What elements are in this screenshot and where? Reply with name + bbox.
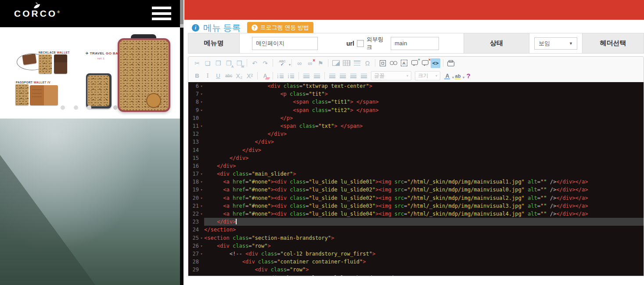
bold-icon[interactable]: B (192, 71, 202, 81)
strikethrough-icon[interactable]: abc (224, 71, 234, 81)
scrollbar-thumb[interactable] (180, 0, 183, 24)
code-line[interactable]: 7▾ <p class="tit"> (188, 90, 644, 98)
font-size-select[interactable]: 크기▾ (415, 71, 440, 80)
italic-icon[interactable]: I (203, 71, 212, 81)
link-icon[interactable]: ∞ (295, 58, 304, 68)
superscript-icon[interactable]: X² (245, 71, 255, 81)
code-line[interactable]: 10 </p> (188, 114, 644, 122)
text-cursor (236, 219, 237, 224)
fold-arrow-icon[interactable]: ▾ (199, 202, 204, 210)
align-center-icon[interactable] (338, 71, 348, 81)
code-line[interactable]: 6▾ <div class="txtwrap text-center"> (188, 82, 644, 90)
anchor-flag-icon[interactable]: ⚑ (316, 58, 325, 68)
menu-name-input[interactable] (252, 37, 318, 50)
align-justify-icon[interactable] (359, 71, 369, 81)
copy-icon[interactable]: ❏ (203, 58, 212, 68)
undo-icon[interactable]: ↶ (250, 58, 259, 68)
add-comment-icon[interactable]: + (410, 58, 419, 68)
slider-dot[interactable] (74, 105, 78, 110)
remove-comment-icon[interactable]: × (420, 58, 430, 68)
status-select[interactable]: 보임 ▼ (534, 37, 577, 50)
indent-icon[interactable] (312, 71, 322, 81)
fold-arrow-icon[interactable]: ▾ (199, 106, 204, 114)
source-icon[interactable]: <> (431, 58, 440, 68)
slider-dot[interactable] (113, 105, 118, 110)
line-number: 16 (188, 162, 199, 170)
code-line[interactable]: 19▾ <a href="#none"><div class="lu_slide… (188, 186, 644, 194)
fold-arrow-icon[interactable]: ▾ (199, 122, 204, 130)
about-icon[interactable]: ? (464, 71, 473, 81)
code-line[interactable]: 21▾ <a href="#none"><div class="lu_slide… (188, 202, 644, 210)
paste-from-word-icon[interactable]: ❒W (234, 58, 244, 68)
fold-arrow-icon[interactable]: ▾ (199, 210, 204, 218)
fold-arrow-icon[interactable]: ▾ (199, 234, 204, 242)
fold-arrow-icon[interactable]: ▾ (199, 90, 204, 98)
code-line[interactable]: 25▾<section class="section-main-brandsto… (188, 234, 644, 242)
code-line[interactable]: 11▾ <span class="txt"> </span> (188, 122, 644, 130)
unlink-icon[interactable]: ∞× (305, 58, 315, 68)
fold-arrow-icon[interactable]: ▾ (199, 242, 204, 250)
fold-arrow-icon[interactable]: ▾ (199, 178, 204, 186)
paste-as-text-icon[interactable]: ❒A (224, 58, 234, 68)
paste-icon[interactable]: ❒ (213, 58, 223, 68)
code-line[interactable]: 27▾ <!-- <div class="col-12 brandstory_r… (188, 250, 644, 258)
print-icon[interactable] (446, 58, 456, 68)
subscript-icon[interactable]: X₂ (234, 71, 244, 81)
slider-dot[interactable] (61, 105, 65, 110)
code-line[interactable]: 24</section> (188, 226, 644, 234)
line-number: 10 (188, 114, 199, 122)
underline-icon[interactable]: U (213, 71, 223, 81)
align-left-icon[interactable] (327, 71, 337, 81)
code-line[interactable]: 8▾ <span class="tit1"> </span> (188, 98, 644, 106)
slider-dot[interactable] (87, 105, 91, 110)
preview-scrollbar[interactable] (180, 0, 183, 285)
code-line[interactable]: 17▾ <div class="main_slider"> (188, 170, 644, 178)
image-icon[interactable] (331, 58, 341, 68)
code-line[interactable]: 20▾ <a href="#none"><div class="lu_slide… (188, 194, 644, 202)
code-line[interactable]: 28 <div class="container container-fluid… (188, 258, 644, 266)
maximize-icon[interactable] (378, 58, 388, 68)
code-line[interactable]: 12 </div> (188, 130, 644, 138)
code-line[interactable]: 13 </div> (188, 138, 644, 146)
fold-arrow-icon[interactable]: ▾ (199, 186, 204, 194)
find-icon[interactable] (389, 58, 398, 68)
code-line[interactable]: 14 </div> (188, 146, 644, 154)
special-char-icon[interactable]: Ω (363, 58, 372, 68)
hamburger-menu-icon[interactable] (152, 7, 171, 20)
code-line[interactable]: 23 </div> (188, 218, 644, 226)
outdent-icon[interactable] (302, 71, 311, 81)
table-icon[interactable] (342, 58, 351, 68)
code-line[interactable]: 22▾ <a href="#none"><div class="lu_slide… (188, 210, 644, 218)
redo-icon[interactable]: ↷ (260, 58, 270, 68)
horizontal-line-icon[interactable] (352, 58, 362, 68)
bg-color-icon[interactable]: ab▾ (453, 71, 463, 81)
select-all-icon[interactable]: A (399, 58, 409, 68)
cut-icon[interactable]: ✂ (192, 58, 202, 68)
url-input[interactable] (391, 37, 439, 50)
fold-arrow-icon[interactable]: ▾ (199, 170, 204, 178)
code-line[interactable]: 16 </div> (188, 162, 644, 170)
code-line[interactable]: 29 <div class="row"> (188, 266, 644, 274)
scrollbar-thumb-rest (180, 24, 183, 28)
program-link-help-button[interactable]: ? 프로그램 연동 방법 (247, 22, 313, 33)
unordered-list-icon[interactable] (286, 71, 296, 81)
fold-gutter (199, 146, 204, 154)
fold-arrow-icon[interactable]: ▾ (199, 82, 204, 90)
text-color-icon[interactable]: A▾ (443, 71, 452, 81)
remove-format-icon[interactable]: A (260, 71, 270, 81)
font-family-select[interactable]: 글꼴▾ (371, 71, 411, 80)
fold-arrow-icon[interactable]: ▾ (199, 194, 204, 202)
spellcheck-icon[interactable]: ABC✓▾ (276, 58, 289, 68)
fold-arrow-icon[interactable]: ▾ (199, 98, 204, 106)
fold-arrow-icon[interactable]: ▾ (199, 250, 204, 258)
code-line[interactable]: 9▾ <span class="tit2"> </span> (188, 106, 644, 114)
code-line[interactable]: 26▾ <div class="row"> (188, 242, 644, 250)
code-area[interactable]: 6▾ <div class="txtwrap text-center">7▾ <… (188, 82, 644, 276)
external-link-checkbox[interactable] (357, 40, 364, 47)
ordered-list-icon[interactable] (276, 71, 285, 81)
code-line[interactable]: 15 </div> (188, 154, 644, 162)
code-line[interactable]: 18▾ <a href="#none"><div class="lu_slide… (188, 178, 644, 186)
code-line[interactable]: 30 <div class="col-12 col-lg-7 brandstor… (188, 274, 644, 276)
site-logo[interactable]: CORCO® (14, 3, 60, 19)
align-right-icon[interactable] (349, 71, 358, 81)
